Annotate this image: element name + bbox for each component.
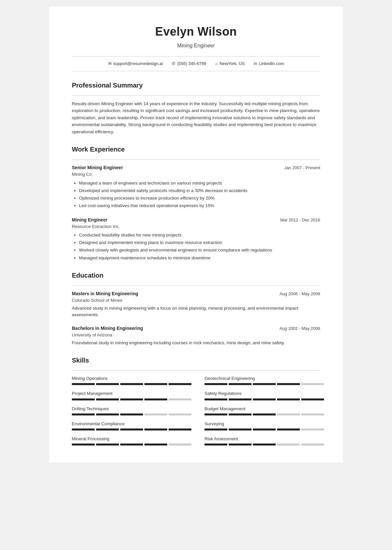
job-title: Mining Engineer	[72, 217, 107, 223]
skill-seg-filled	[144, 429, 167, 430]
skill-seg-filled	[301, 398, 324, 400]
skill-seg-empty	[301, 444, 324, 445]
skill-seg-filled	[229, 398, 252, 400]
job-bullet: Led cost-saving initiatives that reduced…	[79, 202, 320, 209]
skill-seg-filled	[96, 398, 119, 400]
job-bullet: Designed and implemented mining plans to…	[79, 239, 320, 246]
skill-seg-filled	[72, 398, 95, 400]
skill-seg-empty	[301, 383, 324, 385]
job-title: Senior Mining Engineer	[72, 164, 123, 171]
skill-seg-filled	[204, 383, 227, 385]
phone-value: (555) 345-6789	[177, 60, 206, 67]
skill-seg-filled	[204, 398, 227, 400]
skill-item: Risk Assessment	[204, 436, 324, 445]
location-value: NewYork, US	[220, 60, 245, 67]
skill-seg-filled	[96, 429, 119, 430]
skill-seg-filled	[277, 398, 300, 400]
email-icon: ✉	[108, 60, 112, 67]
job-bullet: Managed equipment maintenance schedules …	[79, 255, 320, 261]
skill-bar	[72, 413, 191, 415]
skill-seg-filled	[96, 413, 119, 415]
skill-name: Safety Regulations	[204, 390, 324, 397]
edu-container: Masters in Mining EngineeringAug 2006 - …	[72, 290, 320, 346]
resume-header: Evelyn Wilson Mining Engineer	[72, 23, 320, 50]
skill-name: Surveying	[204, 421, 324, 427]
linkedin-icon: in	[254, 60, 257, 67]
skill-bar	[204, 383, 324, 385]
skill-seg-filled	[169, 383, 191, 385]
skill-item: Drilling Techniques	[72, 406, 191, 415]
email-value: support@resumedesign.ai	[113, 60, 163, 67]
location-contact: ⌂ NewYork, US	[215, 60, 245, 67]
skill-seg-filled	[120, 444, 143, 445]
skill-seg-filled	[144, 383, 167, 385]
candidate-title: Mining Engineer	[72, 42, 320, 50]
skill-item: Project Management	[72, 390, 191, 400]
edu-degree: Masters in Mining Engineering	[72, 290, 138, 297]
skill-bar	[72, 383, 191, 385]
skill-seg-empty	[301, 413, 324, 415]
linkedin-contact: in LinkedIn.com	[254, 60, 284, 67]
skill-name: Environmental Compliance	[72, 421, 191, 427]
edu-header: Bachelors in Mining EngineeringAug 2002 …	[72, 325, 320, 332]
skill-bar	[204, 398, 324, 400]
skill-name: Mineral Processing	[72, 436, 191, 442]
skill-seg-filled	[253, 429, 276, 430]
edu-school: Colorado School of Mines	[72, 297, 320, 304]
edu-header: Masters in Mining EngineeringAug 2006 - …	[72, 290, 320, 297]
job-block: Mining EngineerMar 2012 - Dec 2016Resour…	[72, 217, 320, 261]
job-date: Jan 2007 - Present	[284, 165, 320, 171]
skill-seg-filled	[229, 444, 252, 445]
skill-seg-filled	[96, 444, 119, 445]
skill-name: Project Management	[72, 390, 191, 397]
summary-text: Results-driven Mining Engineer with 14 y…	[72, 100, 320, 136]
skill-seg-filled	[120, 413, 143, 415]
skill-name: Budget Management	[204, 406, 324, 412]
resume-document: Evelyn Wilson Mining Engineer ✉ support@…	[49, 7, 343, 462]
skill-name: Risk Assessment	[204, 436, 324, 442]
skill-seg-filled	[229, 383, 252, 385]
skill-seg-filled	[253, 383, 276, 385]
skill-bar	[204, 429, 324, 430]
summary-title: Professional Summary	[72, 80, 320, 92]
skills-section: Skills Mining OperationsGeotechnical Eng…	[72, 355, 320, 446]
skill-seg-filled	[204, 429, 227, 430]
skill-item: Environmental Compliance	[72, 421, 191, 430]
edu-degree: Bachelors in Mining Engineering	[72, 325, 143, 332]
job-bullet: Optimized mining processes to increase p…	[79, 195, 320, 202]
edu-block: Masters in Mining EngineeringAug 2006 - …	[72, 290, 320, 318]
skill-item: Safety Regulations	[204, 390, 324, 400]
phone-contact: ✆ (555) 345-6789	[172, 60, 206, 67]
skill-name: Drilling Techniques	[72, 406, 191, 412]
summary-divider	[72, 95, 320, 96]
jobs-container: Senior Mining EngineerJan 2007 - Present…	[72, 164, 320, 261]
skill-seg-filled	[204, 413, 227, 415]
skill-seg-filled	[144, 444, 167, 445]
skill-bar	[204, 444, 324, 445]
skill-seg-filled	[169, 429, 191, 430]
skill-name: Geotechnical Engineering	[204, 375, 324, 382]
edu-desc: Foundational study in mining engineering…	[72, 340, 320, 346]
job-bullets: Managed a team of engineers and technici…	[72, 180, 320, 209]
skill-seg-filled	[253, 398, 276, 400]
edu-date: Aug 2006 - May 2008	[280, 291, 320, 297]
skill-name: Mining Operations	[72, 375, 191, 382]
skill-seg-filled	[120, 383, 143, 385]
skill-bar	[72, 429, 191, 430]
skill-seg-filled	[72, 444, 95, 445]
education-divider	[72, 285, 320, 286]
experience-section: Work Experience Senior Mining EngineerJa…	[72, 144, 320, 261]
skill-seg-filled	[253, 444, 276, 445]
skill-item: Geotechnical Engineering	[204, 375, 324, 385]
skill-seg-empty	[169, 398, 191, 400]
job-header: Senior Mining EngineerJan 2007 - Present	[72, 164, 320, 171]
job-bullet: Developed and implemented safety protoco…	[79, 187, 320, 194]
skill-seg-filled	[72, 383, 95, 385]
linkedin-value: LinkedIn.com	[259, 60, 284, 67]
skill-seg-empty	[277, 444, 300, 445]
skills-title: Skills	[72, 355, 320, 367]
skill-seg-filled	[229, 413, 252, 415]
experience-title: Work Experience	[72, 144, 320, 156]
edu-desc: Advanced study in mining engineering wit…	[72, 305, 320, 318]
job-bullet: Worked closely with geologists and envir…	[79, 247, 320, 253]
